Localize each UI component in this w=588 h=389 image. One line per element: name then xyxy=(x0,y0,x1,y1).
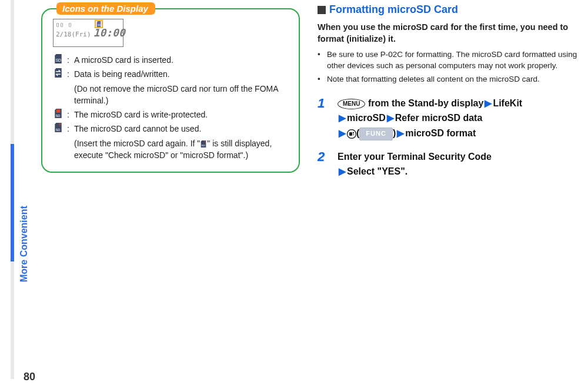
sd-card-icon: SD xyxy=(96,21,102,27)
def-subtext: (Do not remove the microSD card nor turn… xyxy=(74,83,288,107)
screen-date: 2/18(Fri) xyxy=(56,31,91,39)
def-sd-readwrite: : Data is being read/written. xyxy=(53,68,288,80)
procedure-steps: 1 MENU from the Stand-by display▶LifeKit… xyxy=(318,96,582,179)
svg-text:SD: SD xyxy=(55,58,61,62)
notes-list: • Be sure to use P-02C for formatting. T… xyxy=(318,49,582,85)
svg-rect-3 xyxy=(56,109,61,113)
svg-text:SD: SD xyxy=(202,144,205,147)
def-text: The microSD card is write-protected. xyxy=(74,109,288,120)
nav-arrow-icon: ▶ xyxy=(338,113,347,123)
step-text: Select "YES". xyxy=(347,166,407,176)
colon: : xyxy=(67,109,71,120)
svg-rect-9 xyxy=(349,132,352,136)
phone-screen-preview: ▯▯ ▯ SD 2/18(Fri) 10:00 xyxy=(53,19,123,47)
svg-text:SD: SD xyxy=(98,24,101,26)
def-subtext: (Insert the microSD card again. If "SD?"… xyxy=(74,138,288,162)
svg-text:?: ? xyxy=(203,140,206,143)
nav-arrow-icon: ▶ xyxy=(386,113,395,123)
nav-arrow-icon: ▶ xyxy=(338,128,347,138)
svg-point-10 xyxy=(353,132,354,133)
step-number: 1 xyxy=(318,96,332,141)
step-text: microSD format xyxy=(405,128,476,138)
sub-a: (Insert the microSD card again. If " xyxy=(74,139,200,148)
bullet-dot: • xyxy=(318,74,323,85)
nav-arrow-icon: ▶ xyxy=(396,128,405,138)
colon: : xyxy=(67,68,71,80)
page-number: 80 xyxy=(24,371,35,383)
step-text: Refer microSD data xyxy=(395,113,483,123)
bullet-dot: • xyxy=(318,49,323,72)
callout-title: Icons on the Display xyxy=(56,2,155,15)
nav-arrow-icon: ▶ xyxy=(338,166,347,176)
icon-definitions: SD : A microSD card is inserted. : Data … xyxy=(53,54,288,161)
def-text: A microSD card is inserted. xyxy=(74,54,288,66)
side-bar-active xyxy=(11,144,14,261)
right-column: Formatting microSD Card When you use the… xyxy=(318,0,582,179)
colon: : xyxy=(67,54,71,66)
step-1: 1 MENU from the Stand-by display▶LifeKit… xyxy=(318,96,582,141)
step-text: from the Stand-by display xyxy=(368,98,483,108)
step-number: 2 xyxy=(318,149,332,179)
sd-locked-icon: SD xyxy=(53,109,64,118)
side-tab: More Convenient xyxy=(0,0,14,388)
menu-key-icon: MENU xyxy=(338,99,365,109)
svg-text:SD: SD xyxy=(55,128,60,132)
func-softkey: FUNC xyxy=(359,128,393,140)
def-sd-locked: SD : The microSD card is write-protected… xyxy=(53,109,288,120)
sd-rw-icon xyxy=(53,68,64,78)
step-body: MENU from the Stand-by display▶LifeKit ▶… xyxy=(338,96,582,141)
ir-key-icon xyxy=(347,129,356,139)
step-2: 2 Enter your Terminal Security Code ▶Sel… xyxy=(318,149,582,179)
note-text: Note that formatting deletes all content… xyxy=(327,74,540,85)
step-text: LifeKit xyxy=(493,98,522,108)
sd-error-icon: SD? xyxy=(200,140,207,147)
step-text: Enter your Terminal Security Code xyxy=(338,152,492,162)
def-sd-bad: SD? : The microSD card cannot be used. xyxy=(53,123,288,135)
colon: : xyxy=(67,123,71,135)
sd-error-icon: SD? xyxy=(53,123,64,132)
intro-text: When you use the microSD card for the fi… xyxy=(318,22,582,45)
side-tab-label: More Convenient xyxy=(19,206,29,282)
nav-arrow-icon: ▶ xyxy=(483,98,493,108)
note-item: • Be sure to use P-02C for formatting. T… xyxy=(318,49,582,72)
side-bar-segment xyxy=(11,0,14,144)
def-sd-inserted: SD : A microSD card is inserted. xyxy=(53,54,288,66)
note-text: Be sure to use P-02C for formatting. The… xyxy=(327,49,582,72)
sd-icon-highlight: SD xyxy=(95,20,103,28)
def-text: Data is being read/written. xyxy=(74,68,288,80)
note-item: • Note that formatting deletes all conte… xyxy=(318,74,582,85)
left-column: Icons on the Display ▯▯ ▯ SD 2/18(Fri) 1… xyxy=(41,0,300,173)
section-title: Formatting microSD Card xyxy=(318,4,582,16)
svg-text:SD: SD xyxy=(55,114,60,118)
sd-card-icon: SD xyxy=(53,54,64,63)
section-square-icon xyxy=(318,6,326,14)
svg-text:?: ? xyxy=(58,123,61,128)
step-text: microSD xyxy=(347,113,386,123)
icons-on-display-callout: Icons on the Display ▯▯ ▯ SD 2/18(Fri) 1… xyxy=(41,8,300,173)
step-body: Enter your Terminal Security Code ▶Selec… xyxy=(338,149,582,179)
side-bar-segment xyxy=(11,261,14,379)
screen-time: 10:00 xyxy=(93,29,125,37)
section-title-text: Formatting microSD Card xyxy=(329,4,458,16)
def-sd-readwrite-sub: (Do not remove the microSD card nor turn… xyxy=(53,83,288,107)
def-sd-bad-sub: (Insert the microSD card again. If "SD?"… xyxy=(53,138,288,162)
def-text: The microSD card cannot be used. xyxy=(74,123,288,135)
